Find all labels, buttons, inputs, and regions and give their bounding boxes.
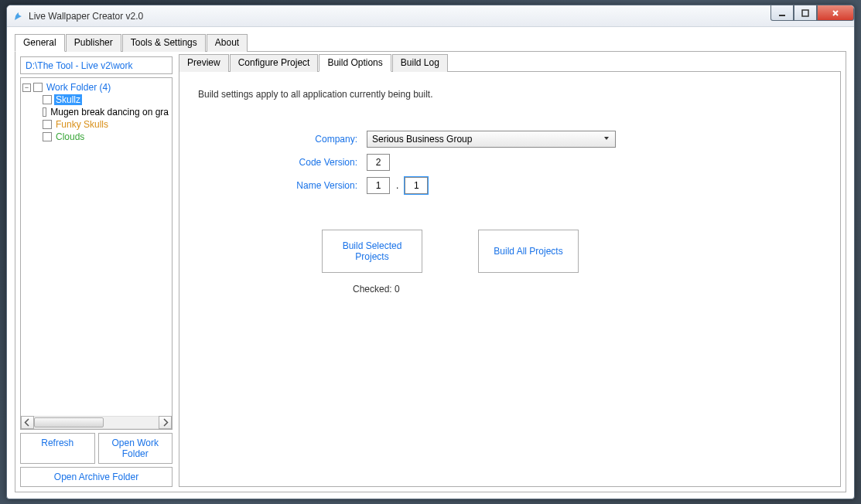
collapse-icon[interactable]: − [22, 83, 31, 92]
tree-item-label[interactable]: Funky Skulls [54, 119, 110, 130]
tab-publisher[interactable]: Publisher [66, 34, 121, 52]
subtab-preview[interactable]: Preview [179, 54, 229, 72]
tree-item-funky-skulls[interactable]: Funky Skulls [33, 118, 170, 131]
scroll-thumb[interactable] [34, 417, 104, 427]
svg-rect-1 [802, 10, 808, 16]
tab-general[interactable]: General [15, 34, 65, 52]
window-title: Live Wallpaper Creator v2.0 [29, 11, 143, 22]
app-icon [13, 11, 24, 22]
work-path: D:\The Tool - Live v2\work [20, 56, 173, 74]
tree-root[interactable]: − Work Folder (4) [22, 81, 170, 94]
company-value: Serious Business Group [372, 134, 472, 145]
subtab-configure[interactable]: Configure Project [230, 54, 319, 72]
app-window: Live Wallpaper Creator v2.0 General Publ… [6, 5, 855, 499]
company-label: Company: [252, 134, 367, 145]
main-tabs: General Publisher Tools & Settings About [15, 33, 846, 52]
build-description: Build settings apply to all application … [198, 89, 822, 100]
code-version-label: Code Version: [252, 157, 367, 168]
sub-tabs: Preview Configure Project Build Options … [179, 53, 841, 72]
open-work-folder-button[interactable]: Open Work Folder [98, 433, 173, 464]
tab-tools-settings[interactable]: Tools & Settings [122, 34, 206, 52]
checkbox[interactable] [43, 120, 52, 129]
main-area: Preview Configure Project Build Options … [179, 56, 841, 487]
build-all-button[interactable]: Build All Projects [478, 230, 579, 273]
scroll-track[interactable] [34, 416, 159, 429]
maximize-button[interactable] [794, 5, 817, 21]
checkbox[interactable] [33, 83, 43, 92]
checkbox[interactable] [43, 107, 46, 117]
checked-count: Checked: 0 [353, 284, 822, 295]
refresh-button[interactable]: Refresh [20, 433, 95, 464]
sidebar: D:\The Tool - Live v2\work − Work Folder… [20, 56, 173, 487]
subtab-build-log[interactable]: Build Log [392, 54, 448, 72]
close-button[interactable] [817, 5, 854, 21]
minimize-button[interactable] [770, 5, 794, 21]
tree-item-label[interactable]: Mugen break dancing on gra [49, 107, 170, 117]
titlebar[interactable]: Live Wallpaper Creator v2.0 [7, 5, 854, 27]
name-version-major-input[interactable] [367, 177, 390, 194]
checkbox[interactable] [43, 95, 52, 104]
name-version-minor-input[interactable] [405, 177, 428, 194]
open-archive-folder-button[interactable]: Open Archive Folder [20, 467, 173, 487]
subtab-build-options[interactable]: Build Options [319, 54, 391, 72]
tree-item-label[interactable]: Clouds [54, 131, 86, 142]
version-separator: . [396, 180, 398, 191]
tree-item-clouds[interactable]: Clouds [33, 131, 170, 143]
chevron-down-icon [603, 134, 610, 145]
project-tree[interactable]: − Work Folder (4) Skullz Mugen bre [20, 77, 173, 430]
scroll-right-icon[interactable] [159, 416, 172, 429]
name-version-label: Name Version: [252, 180, 367, 191]
checkbox[interactable] [43, 132, 52, 141]
tree-item-label[interactable]: Skullz [54, 94, 82, 105]
build-selected-button[interactable]: Build Selected Projects [322, 230, 422, 273]
tree-scrollbar[interactable] [21, 416, 172, 429]
tab-about[interactable]: About [207, 34, 248, 52]
tree-item-mugen[interactable]: Mugen break dancing on gra [33, 106, 170, 118]
tree-root-label[interactable]: Work Folder (4) [45, 82, 112, 93]
code-version-input[interactable] [367, 154, 390, 171]
tree-item-skullz[interactable]: Skullz [33, 94, 170, 106]
scroll-left-icon[interactable] [21, 416, 34, 429]
company-select[interactable]: Serious Business Group [367, 131, 616, 148]
